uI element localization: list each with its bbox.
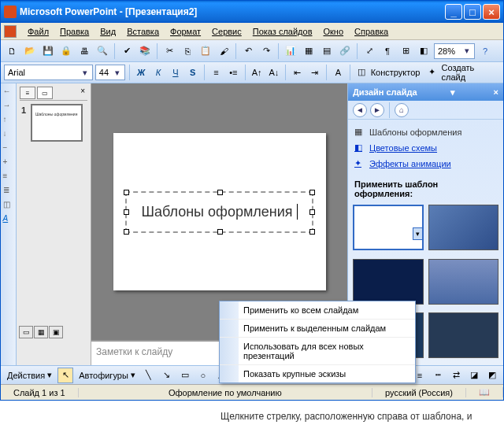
titlebar[interactable]: Microsoft PowerPoint - [Презентация2] _ … bbox=[1, 1, 503, 23]
template-dropdown-icon[interactable]: ▾ bbox=[413, 227, 423, 240]
link-animation[interactable]: ✦Эффекты анимации bbox=[354, 156, 497, 172]
format-painter-icon[interactable]: 🖌 bbox=[216, 43, 232, 59]
taskpane-header[interactable]: Дизайн слайда ▾ × bbox=[348, 83, 503, 101]
arrow-style-icon[interactable]: ⇄ bbox=[448, 368, 464, 383]
slideshow-view-button[interactable]: ▣ bbox=[49, 326, 63, 338]
oval-icon[interactable]: ○ bbox=[195, 368, 211, 383]
title-text[interactable]: Шаблоны оформления bbox=[141, 204, 292, 220]
increase-font-icon[interactable]: A↑ bbox=[250, 65, 265, 80]
spell-icon[interactable]: ✔ bbox=[119, 43, 135, 59]
menu-format[interactable]: Формат bbox=[165, 25, 206, 38]
panel-close-icon[interactable]: × bbox=[78, 87, 87, 100]
resize-handle[interactable] bbox=[309, 209, 315, 215]
demote-icon[interactable]: → bbox=[3, 101, 14, 112]
font-combo[interactable]: Arial▾ bbox=[4, 65, 93, 80]
show-format-icon[interactable]: A bbox=[3, 214, 14, 225]
back-icon[interactable]: ◄ bbox=[353, 103, 367, 117]
save-icon[interactable]: 💾 bbox=[40, 43, 56, 59]
menu-view[interactable]: Вид bbox=[95, 25, 120, 38]
minimize-button[interactable]: _ bbox=[445, 4, 462, 20]
arrow-icon[interactable]: ↘ bbox=[159, 368, 175, 383]
resize-handle[interactable] bbox=[217, 190, 223, 195]
home-icon[interactable]: ⌂ bbox=[395, 103, 409, 117]
promote-icon[interactable]: ← bbox=[3, 87, 14, 98]
close-button[interactable]: × bbox=[483, 4, 500, 20]
ctx-large-previews[interactable]: Показать крупные эскизы bbox=[220, 365, 415, 382]
increase-indent-icon[interactable]: ⇥ bbox=[307, 65, 322, 80]
research-icon[interactable]: 📚 bbox=[137, 43, 153, 59]
show-formatting-icon[interactable]: ¶ bbox=[380, 43, 395, 59]
slide-thumbnail[interactable]: 1 Шаблоны оформления bbox=[31, 104, 83, 142]
taskpane-dropdown-icon[interactable]: ▾ bbox=[450, 87, 455, 98]
move-up-icon[interactable]: ↑ bbox=[3, 115, 14, 126]
normal-view-button[interactable]: ▭ bbox=[19, 326, 33, 338]
template-thumb[interactable] bbox=[428, 312, 499, 358]
menu-insert[interactable]: Вставка bbox=[122, 25, 164, 38]
template-thumb[interactable] bbox=[428, 205, 499, 250]
draw-actions-menu[interactable]: Действия ▾ bbox=[4, 370, 55, 380]
grid-icon[interactable]: ⊞ bbox=[398, 43, 413, 59]
undo-icon[interactable]: ↶ bbox=[240, 43, 256, 59]
bold-button[interactable]: Ж bbox=[134, 65, 149, 80]
chart-icon[interactable]: 📊 bbox=[283, 43, 298, 59]
chevron-down-icon[interactable]: ▾ bbox=[112, 68, 123, 78]
resize-handle[interactable] bbox=[309, 190, 315, 195]
status-spellcheck-icon[interactable]: 📖 bbox=[466, 387, 503, 397]
tables-borders-icon[interactable]: ▤ bbox=[319, 43, 335, 59]
open-icon[interactable]: 📂 bbox=[22, 43, 38, 59]
title-textbox[interactable]: Шаблоны оформления bbox=[125, 191, 313, 233]
link-templates[interactable]: ▦Шаблоны оформления bbox=[354, 124, 497, 140]
underline-button[interactable]: Ч bbox=[168, 65, 183, 80]
preview-icon[interactable]: 🔍 bbox=[94, 43, 110, 59]
menu-window[interactable]: Окно bbox=[319, 25, 349, 38]
decrease-font-icon[interactable]: A↓ bbox=[267, 65, 282, 80]
font-color-icon[interactable]: A bbox=[331, 65, 346, 80]
shadow-style-icon[interactable]: ◪ bbox=[466, 368, 482, 383]
copy-icon[interactable]: ⎘ bbox=[180, 43, 195, 59]
forward-icon[interactable]: ► bbox=[370, 103, 384, 117]
help-icon[interactable]: ? bbox=[477, 43, 493, 59]
print-icon[interactable]: 🖶 bbox=[76, 43, 92, 59]
outline-tab[interactable]: ≡ bbox=[20, 87, 35, 99]
collapse-all-icon[interactable]: ≡ bbox=[3, 172, 14, 183]
chevron-down-icon[interactable]: ▾ bbox=[80, 68, 91, 78]
resize-handle[interactable] bbox=[124, 209, 129, 215]
dash-style-icon[interactable]: ┅ bbox=[430, 368, 446, 383]
menu-slideshow[interactable]: Показ слайдов bbox=[248, 25, 317, 38]
collapse-icon[interactable]: − bbox=[3, 143, 14, 154]
italic-button[interactable]: К bbox=[151, 65, 166, 80]
cut-icon[interactable]: ✂ bbox=[161, 43, 177, 59]
template-thumb[interactable] bbox=[428, 259, 499, 305]
expand-icon[interactable]: ⤢ bbox=[361, 43, 377, 59]
ctx-apply-all[interactable]: Применить ко всем слайдам bbox=[220, 301, 415, 320]
shadow-button[interactable]: S bbox=[185, 65, 200, 80]
rectangle-icon[interactable]: ▭ bbox=[177, 368, 193, 383]
expand-all-icon[interactable]: ≣ bbox=[3, 186, 14, 197]
bullets-icon[interactable]: •≡ bbox=[226, 65, 241, 80]
new-slide-button[interactable]: ✦Создать слайд bbox=[425, 63, 500, 82]
slides-tab[interactable]: ▭ bbox=[37, 87, 53, 99]
slide-canvas[interactable]: Шаблоны оформления bbox=[113, 133, 326, 290]
redo-icon[interactable]: ↷ bbox=[258, 43, 274, 59]
new-icon[interactable]: 🗋 bbox=[4, 43, 20, 59]
line-icon[interactable]: ╲ bbox=[141, 368, 157, 383]
summary-icon[interactable]: ◫ bbox=[3, 200, 14, 211]
table-icon[interactable]: ▦ bbox=[301, 43, 317, 59]
menu-tools[interactable]: Сервис bbox=[207, 25, 246, 38]
color-icon[interactable]: ◧ bbox=[416, 43, 432, 59]
3d-style-icon[interactable]: ◩ bbox=[484, 368, 500, 383]
autoshapes-menu[interactable]: Автофигуры ▾ bbox=[76, 370, 139, 380]
move-down-icon[interactable]: ↓ bbox=[3, 129, 14, 140]
font-size-combo[interactable]: 44▾ bbox=[95, 65, 125, 80]
resize-handle[interactable] bbox=[124, 229, 129, 235]
ctx-apply-selected[interactable]: Применить к выделенным слайдам bbox=[220, 320, 415, 338]
expand-icon[interactable]: + bbox=[3, 157, 14, 168]
resize-handle[interactable] bbox=[217, 229, 223, 235]
hyperlink-icon[interactable]: 🔗 bbox=[337, 43, 353, 59]
resize-handle[interactable] bbox=[309, 229, 315, 235]
document-icon[interactable] bbox=[4, 25, 17, 38]
permission-icon[interactable]: 🔒 bbox=[58, 43, 74, 59]
status-lang[interactable]: русский (Россия) bbox=[372, 388, 466, 397]
template-thumb[interactable]: ▾ bbox=[353, 205, 424, 250]
menu-edit[interactable]: Правка bbox=[55, 25, 94, 38]
